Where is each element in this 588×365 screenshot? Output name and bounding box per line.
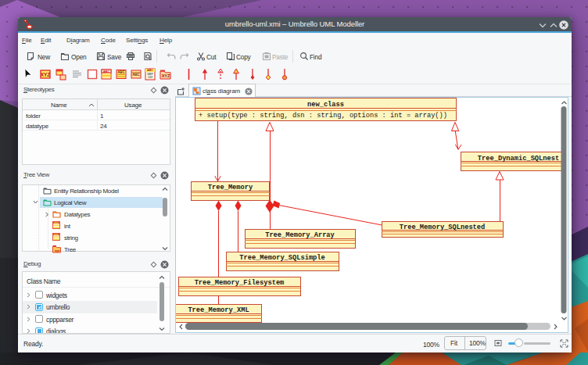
svg-text:XYZ: XYZ <box>41 72 51 77</box>
svg-text:Tree_Memory_SQLsimple: Tree_Memory_SQLsimple <box>239 254 324 262</box>
svg-text:Tree_Memory_XML: Tree_Memory_XML <box>188 306 249 314</box>
svg-text:123: 123 <box>148 76 152 79</box>
svg-text:Tree_Memory_Array: Tree_Memory_Array <box>265 231 335 239</box>
svg-text:ABC: ABC <box>117 70 125 74</box>
svg-text:+ setup(type : string, dsn : s: + setup(type : string, dsn : string, opt… <box>199 112 447 120</box>
svg-text:XYZ: XYZ <box>162 73 170 78</box>
svg-text:Tree_Dynamic_SQLnest: Tree_Dynamic_SQLnest <box>478 155 559 163</box>
svg-text:Tree_Memory: Tree_Memory <box>208 184 253 191</box>
svg-text:Tree_Memory_Filesystem: Tree_Memory_Filesystem <box>195 279 285 287</box>
svg-text:ABC: ABC <box>103 70 110 73</box>
svg-text:new_class: new_class <box>307 101 344 109</box>
svg-text:Tree_Memory_SQLnested: Tree_Memory_SQLnested <box>400 224 485 231</box>
svg-text:xyz: xyz <box>55 249 60 252</box>
